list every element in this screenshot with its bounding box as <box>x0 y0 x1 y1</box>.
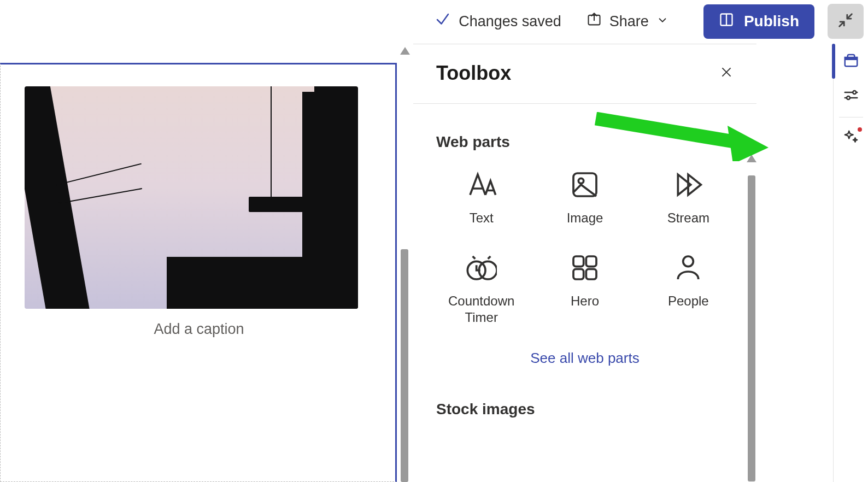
svg-point-12 <box>853 91 856 94</box>
page-canvas[interactable]: Add a caption <box>0 63 397 482</box>
rail-settings-button[interactable] <box>834 79 869 114</box>
rail-toolbox-button[interactable] <box>834 44 869 79</box>
toolbox-panel: Toolbox Web parts Text Image <box>413 44 756 482</box>
rail-ai-button[interactable] <box>834 121 869 156</box>
image-icon <box>570 169 600 200</box>
svg-point-5 <box>479 261 497 279</box>
chevron-down-icon <box>656 13 668 30</box>
toolbox-icon <box>843 52 859 70</box>
checkmark-icon <box>435 11 451 32</box>
webpart-label: Hero <box>571 293 599 309</box>
text-icon <box>466 169 497 200</box>
image-webpart[interactable] <box>25 86 358 309</box>
share-label: Share <box>609 13 649 30</box>
webpart-label: Image <box>567 210 603 226</box>
webpart-countdown-timer[interactable]: Countdown Timer <box>430 247 533 331</box>
see-all-webparts-link[interactable]: See all web parts <box>413 331 756 378</box>
notification-dot <box>858 127 862 132</box>
webpart-label: Stream <box>667 210 709 226</box>
svg-point-10 <box>683 256 694 267</box>
sparkle-icon <box>843 129 859 148</box>
webpart-stream[interactable]: Stream <box>637 164 740 232</box>
book-icon <box>719 12 734 31</box>
stock-images-heading: Stock images <box>413 378 756 431</box>
right-rail <box>833 44 868 482</box>
close-panel-button[interactable] <box>719 65 734 81</box>
svg-rect-7 <box>586 256 596 267</box>
webpart-label: Text <box>470 210 494 226</box>
publish-label: Publish <box>744 13 799 30</box>
hero-icon <box>570 252 600 283</box>
save-status-label: Changes saved <box>459 13 561 30</box>
close-icon <box>719 72 734 81</box>
webpart-text[interactable]: Text <box>430 164 533 232</box>
stream-icon <box>673 169 703 200</box>
publish-button[interactable]: Publish <box>703 4 814 39</box>
save-status: Changes saved <box>435 11 561 32</box>
svg-point-13 <box>847 96 850 99</box>
share-icon <box>587 12 602 31</box>
svg-rect-8 <box>573 269 584 279</box>
svg-point-3 <box>578 178 583 183</box>
collapse-pane-button[interactable] <box>828 4 864 39</box>
svg-rect-9 <box>586 269 596 279</box>
collapse-icon <box>836 11 855 32</box>
webpart-people[interactable]: People <box>637 247 740 331</box>
image-caption-input[interactable]: Add a caption <box>25 321 373 338</box>
svg-rect-6 <box>573 256 584 267</box>
webparts-heading: Web parts <box>413 104 756 164</box>
sliders-icon <box>843 87 859 105</box>
toolbox-title: Toolbox <box>436 62 511 85</box>
webpart-label: Countdown Timer <box>432 293 531 326</box>
svg-rect-11 <box>844 57 857 60</box>
webpart-image[interactable]: Image <box>533 164 636 232</box>
webparts-grid: Text Image Stream Countdown Timer <box>413 164 756 331</box>
webpart-label: People <box>668 293 709 309</box>
share-button[interactable]: Share <box>582 9 673 34</box>
countdown-timer-icon <box>466 252 497 283</box>
canvas-scrollbar[interactable] <box>397 47 413 482</box>
top-action-bar: Changes saved Share Publish <box>0 0 868 43</box>
webpart-hero[interactable]: Hero <box>533 247 636 331</box>
people-icon <box>673 252 703 283</box>
